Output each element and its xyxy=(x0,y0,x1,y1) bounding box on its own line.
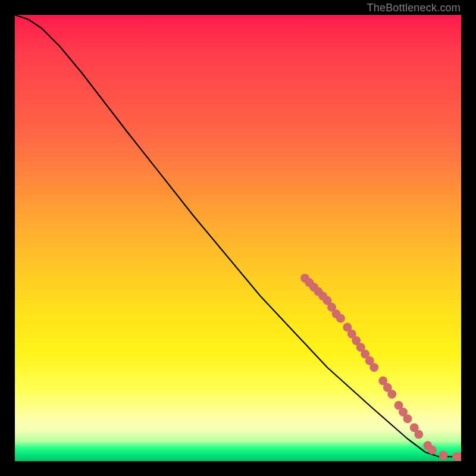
data-marker xyxy=(369,363,378,372)
data-marker xyxy=(452,452,461,461)
bottleneck-curve xyxy=(15,15,461,457)
data-marker xyxy=(361,350,369,359)
data-marker xyxy=(439,451,448,460)
data-marker xyxy=(428,446,437,455)
data-marker xyxy=(314,287,323,296)
data-marker xyxy=(300,274,309,283)
data-marker xyxy=(343,323,352,332)
data-marker xyxy=(327,303,336,312)
data-marker xyxy=(423,441,432,450)
data-marker xyxy=(365,356,374,365)
data-marker xyxy=(332,309,341,318)
marker-group xyxy=(300,274,461,461)
data-marker xyxy=(336,314,345,323)
data-marker xyxy=(352,336,361,345)
data-marker xyxy=(378,377,387,386)
data-marker xyxy=(403,414,412,423)
data-marker xyxy=(309,283,318,292)
data-marker xyxy=(399,408,408,416)
data-marker xyxy=(356,343,365,352)
chart-overlay xyxy=(15,15,461,461)
data-marker xyxy=(323,296,332,305)
data-marker xyxy=(347,330,356,339)
data-marker xyxy=(318,292,327,300)
chart-frame: TheBottleneck.com xyxy=(0,0,476,476)
data-marker xyxy=(410,423,419,432)
data-marker xyxy=(383,383,392,392)
watermark-text: TheBottleneck.com xyxy=(367,2,461,14)
plot-area xyxy=(15,15,461,461)
data-marker xyxy=(394,401,403,410)
data-marker xyxy=(387,390,396,399)
data-marker xyxy=(414,430,423,439)
data-marker xyxy=(305,278,314,287)
data-marker xyxy=(457,452,462,461)
